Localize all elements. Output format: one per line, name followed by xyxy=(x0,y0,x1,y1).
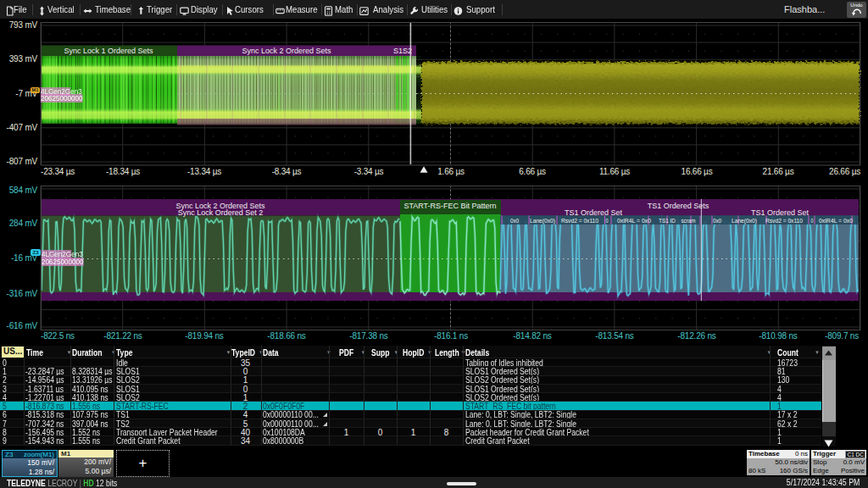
svg-text:0x0: 0x0 xyxy=(510,218,519,224)
svg-text:Rsvd2 = 0x110: Rsvd2 = 0x110 xyxy=(561,218,598,224)
svg-text:TS1 Ordered Set: TS1 Ordered Set xyxy=(565,208,623,217)
svg-text:0x0: 0x0 xyxy=(713,218,721,224)
svg-text:S1S2: S1S2 xyxy=(393,47,412,55)
svg-text:0: 0 xyxy=(811,218,814,224)
svg-text:TS1 ID: TS1 ID xyxy=(659,218,676,224)
svg-text:Sync Lock Ordered Set 2: Sync Lock Ordered Set 2 xyxy=(178,208,264,217)
svg-text:Sync Lock 2 Ordered Sets: Sync Lock 2 Ordered Sets xyxy=(242,47,331,55)
svg-text:START-RS-FEC Bit Pattern: START-RS-FEC Bit Pattern xyxy=(403,202,496,210)
svg-text:scram: scram xyxy=(682,218,696,224)
svg-text:0xlR4L = 0x0: 0xlR4L = 0x0 xyxy=(819,218,853,224)
svg-text:0: 0 xyxy=(606,218,609,224)
svg-text:Lane(0x0): Lane(0x0) xyxy=(530,218,555,225)
svg-text:Rsvd2 = 0x110: Rsvd2 = 0x110 xyxy=(765,218,803,224)
svg-text:Lane(0x0): Lane(0x0) xyxy=(732,218,757,225)
svg-text:TS1 Ordered Sets: TS1 Ordered Sets xyxy=(648,202,709,210)
svg-text:Sync Lock 1 Ordered Sets: Sync Lock 1 Ordered Sets xyxy=(64,47,153,55)
svg-text:0xlR4L = 0x0: 0xlR4L = 0x0 xyxy=(617,218,651,224)
svg-text:TS1 Ordered Set: TS1 Ordered Set xyxy=(751,208,810,217)
